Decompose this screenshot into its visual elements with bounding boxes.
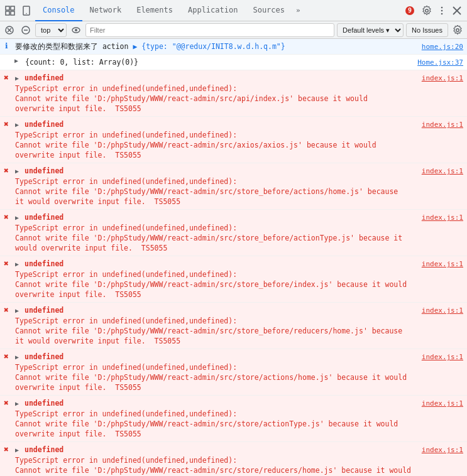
clear-console-button[interactable]: [3, 23, 16, 37]
devtools-tabs: Console Network Elements Application Sou…: [0, 0, 467, 21]
console-output: ℹ 要修改的类型和数据来了 action ▶ {type: "@@redux/I…: [0, 39, 467, 476]
error-count: 9: [405, 6, 414, 15]
row-content: ▶ undefined TypeScript error in undefine…: [13, 443, 419, 476]
row-source[interactable]: index.js:1: [419, 352, 467, 362]
svg-rect-2: [6, 11, 9, 15]
row-content: ▶ undefined TypeScript error in undefine…: [13, 304, 419, 347]
context-select[interactable]: top: [35, 23, 67, 37]
console-row: ▶ {count: 0, list: Array(0)} Home.jsx:37: [0, 55, 467, 70]
more-options-button[interactable]: [434, 3, 449, 18]
console-row: ✖ ▶ undefined TypeScript error in undefi…: [0, 210, 467, 256]
row-content: 要修改的类型和数据来了 action ▶ {type: "@@redux/INI…: [13, 40, 419, 53]
tab-console[interactable]: Console: [35, 0, 82, 21]
row-content: ▶ undefined TypeScript error in undefine…: [13, 211, 419, 254]
tab-more[interactable]: »: [292, 0, 304, 21]
tab-sources[interactable]: Sources: [245, 0, 292, 21]
expand-icon[interactable]: ▶: [10, 56, 23, 64]
info-icon: ℹ: [0, 40, 13, 50]
filter-input[interactable]: [85, 23, 334, 37]
row-content: ▶ undefined TypeScript error in undefine…: [13, 257, 419, 301]
console-row: ✖ ▶ undefined TypeScript error in undefi…: [0, 303, 467, 349]
stop-icon[interactable]: [19, 23, 33, 37]
svg-point-17: [75, 29, 77, 31]
error-icon: ✖: [0, 397, 13, 408]
svg-rect-3: [11, 11, 14, 15]
error-icon: ✖: [0, 350, 13, 361]
svg-point-8: [441, 13, 443, 14]
svg-rect-1: [11, 6, 14, 10]
tab-elements[interactable]: Elements: [129, 0, 180, 21]
console-settings-button[interactable]: [451, 23, 464, 37]
row-source[interactable]: Home.jsx:37: [415, 57, 467, 68]
row-content: ▶ undefined TypeScript error in undefine…: [13, 397, 419, 440]
device-icon[interactable]: [19, 3, 34, 18]
error-icon: ✖: [0, 211, 13, 222]
error-icon: ✖: [0, 443, 13, 454]
svg-rect-0: [6, 6, 9, 10]
eye-icon[interactable]: [69, 23, 83, 37]
error-icon: ✖: [0, 118, 13, 129]
console-toolbar: top Default levels ▾ No Issues: [0, 21, 467, 39]
row-source[interactable]: index.js:1: [419, 445, 467, 455]
row-source[interactable]: index.js:1: [419, 73, 467, 84]
console-row: ✖ ▶ undefined TypeScript error in undefi…: [0, 256, 467, 303]
inspect-icon[interactable]: [3, 3, 18, 18]
row-content: ▶ undefined TypeScript error in undefine…: [13, 350, 419, 394]
row-content: ▶ undefined TypeScript error in undefine…: [13, 118, 419, 161]
settings-button[interactable]: [419, 3, 434, 18]
log-level-select[interactable]: Default levels ▾: [337, 23, 404, 37]
error-icon: ✖: [0, 165, 13, 175]
row-source[interactable]: index.js:1: [419, 305, 467, 316]
row-content: ▶ undefined TypeScript error in undefine…: [13, 165, 419, 208]
console-row: ℹ 要修改的类型和数据来了 action ▶ {type: "@@redux/I…: [0, 39, 467, 55]
console-row: ✖ ▶ undefined TypeScript error in undefi…: [0, 70, 467, 117]
row-source[interactable]: index.js:1: [419, 119, 467, 130]
console-row: ✖ ▶ undefined TypeScript error in undefi…: [0, 442, 467, 476]
close-button[interactable]: [449, 3, 464, 18]
console-row: ✖ ▶ undefined TypeScript error in undefi…: [0, 349, 467, 396]
tab-application[interactable]: Application: [180, 0, 245, 21]
error-badge: 9: [405, 6, 414, 15]
row-content: {count: 0, list: Array(0)}: [23, 56, 415, 68]
no-issues-button[interactable]: No Issues: [406, 23, 448, 37]
row-source[interactable]: index.js:1: [419, 259, 467, 269]
console-row: ✖ ▶ undefined TypeScript error in undefi…: [0, 117, 467, 163]
svg-point-7: [441, 9, 443, 11]
console-row: ✖ ▶ undefined TypeScript error in undefi…: [0, 163, 467, 210]
svg-point-6: [441, 6, 443, 8]
row-source[interactable]: index.js:1: [419, 166, 467, 176]
console-row: ✖ ▶ undefined TypeScript error in undefi…: [0, 396, 467, 442]
tab-network[interactable]: Network: [82, 0, 129, 21]
row-content: ▶ undefined TypeScript error in undefine…: [13, 72, 419, 115]
row-source[interactable]: index.js:1: [419, 212, 467, 223]
row-source[interactable]: index.js:1: [419, 398, 467, 409]
error-icon: ✖: [0, 304, 13, 315]
svg-point-5: [26, 13, 27, 14]
error-icon: ✖: [0, 257, 13, 268]
row-source[interactable]: home.js:20: [419, 41, 467, 52]
error-icon: ✖: [0, 72, 13, 82]
